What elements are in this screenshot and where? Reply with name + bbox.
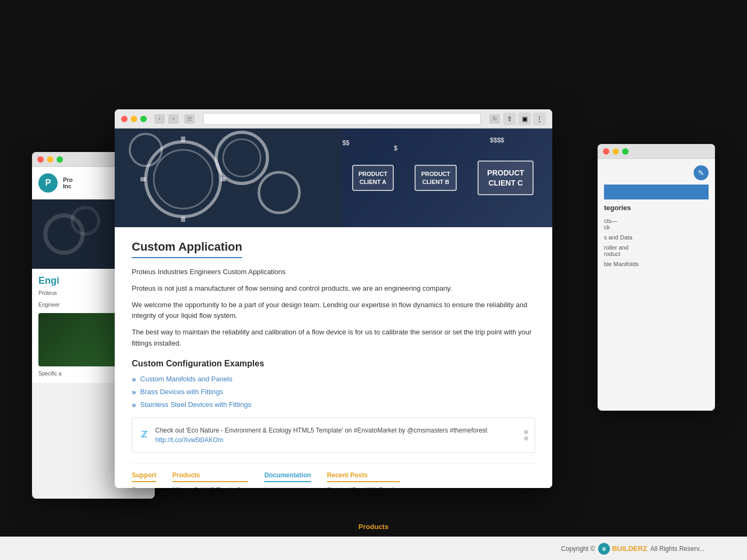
config-link-item-3: » Stainless Steel Devices with Fittings: [132, 401, 535, 409]
reload-btn[interactable]: ↻: [489, 114, 500, 124]
gear-svg: [115, 129, 342, 227]
twitter-icon: 𝕫: [141, 427, 148, 441]
footer-columns: Support Support Products Mike on B-LN45 …: [132, 463, 535, 488]
paragraph-3: We welcome the opportunity to be a part …: [132, 300, 535, 322]
product-card-b: PRODUCTCLIENT B: [415, 165, 456, 191]
footer-item-support: Support: [132, 486, 156, 488]
nav-dot-2[interactable]: [524, 436, 528, 441]
footer-col-title-products: Products: [172, 471, 248, 482]
cat-item-4: ble Manifolds: [604, 259, 709, 269]
search-row: ✎: [604, 165, 709, 180]
product-card-c: PRODUCTCLIENT C: [478, 161, 534, 195]
paragraph-1: Proteus Industries Engineers Custom Appl…: [132, 267, 535, 278]
titlebar-actions: ⇧ ▣ ⋮: [503, 113, 546, 125]
copyright-text: Copyright © e BUILDERZ All Rights Reserv…: [561, 543, 704, 555]
dot-red-left[interactable]: [37, 156, 44, 163]
footer-col-support: Support Support: [132, 471, 156, 488]
nav-back-btn[interactable]: ‹: [154, 114, 165, 124]
footer-col-products: Products Mike on B-LN45 Electric Saw: [172, 471, 248, 488]
share-icon[interactable]: ⇧: [503, 113, 516, 125]
config-link-item-1: » Custom Manifolds and Panels: [132, 375, 535, 383]
footer-col-title-support: Support: [132, 471, 156, 482]
chevron-icon-1: »: [132, 375, 136, 383]
dot-yellow-right[interactable]: [613, 148, 619, 155]
page-title: Custom Application: [132, 240, 242, 258]
config-link-item-2: » Brass Devices with Fittings: [132, 388, 535, 396]
logo-letter: P: [45, 178, 51, 188]
footer-col-documentation: Documentation Image: [264, 471, 311, 488]
products-footer-label: Products: [359, 523, 388, 531]
dot-green-main[interactable]: [140, 116, 147, 122]
page-root: { "windows": { "back_right": { "search_p…: [0, 0, 747, 560]
footer-item-recent: Standard Post With ParallaxHe...: [327, 486, 401, 488]
copyright-suffix: All Rights Reserv...: [650, 545, 704, 553]
footer-col-recent: Recent Posts Standard Post With Parallax…: [327, 471, 401, 488]
footer-item-products: Mike on B-LN45 Electric Saw: [172, 486, 248, 488]
dot-green-right[interactable]: [622, 148, 629, 155]
twitter-box: 𝕫 Check out 'Eco Nature - Environment & …: [132, 418, 535, 453]
main-content-area[interactable]: Custom Application Proteus Industries En…: [115, 227, 552, 488]
config-link-3[interactable]: Stainless Steel Devices with Fittings: [140, 401, 251, 409]
config-link-1[interactable]: Custom Manifolds and Panels: [140, 375, 233, 383]
config-links-list: » Custom Manifolds and Panels » Brass De…: [132, 375, 535, 409]
builderz-logo: e BUILDERZ: [598, 543, 647, 555]
dot-red-right[interactable]: [603, 148, 609, 155]
chevron-icon-2: »: [132, 388, 136, 396]
back-right-content: ✎ tegories cts—ck s and Data roller andr…: [598, 159, 715, 276]
footer-col-title-docs: Documentation: [264, 471, 311, 482]
search-icon[interactable]: ✎: [694, 165, 709, 180]
tabs-icon[interactable]: ▣: [518, 113, 531, 125]
url-bar[interactable]: [203, 113, 481, 125]
cat-item-3: roller androduct: [604, 243, 709, 259]
config-link-2[interactable]: Brass Devices with Fittings: [140, 388, 223, 396]
footer-item-docs: Image: [264, 486, 311, 488]
more-icon[interactable]: ⋮: [533, 113, 546, 125]
twitter-text: Check out 'Eco Nature - Environment & Ec…: [155, 426, 526, 445]
logo-circle: P: [38, 173, 58, 193]
product-cards-area: $$ $ $$$$ PRODUCTCLIENT A PRODUCTCLIENT …: [333, 129, 552, 227]
copyright-symbol: Copyright ©: [561, 545, 595, 553]
footer-col-title-recent: Recent Posts: [327, 471, 401, 482]
titlebar-main: ‹ › ☷ ↻ ⇧ ▣ ⋮: [115, 109, 552, 129]
titlebar-nav: ‹ ›: [154, 114, 179, 124]
dollar-tag-1: $$: [343, 139, 349, 147]
copyright-bar: Copyright © e BUILDERZ All Rights Reserv…: [0, 537, 747, 560]
hero-image: $$ $ $$$$ PRODUCTCLIENT A PRODUCTCLIENT …: [115, 129, 552, 227]
logo-text-block: Pro Inc: [63, 177, 73, 189]
paragraph-2: Proteus is not just a manufacturer of fl…: [132, 283, 535, 294]
dot-yellow-left[interactable]: [47, 156, 53, 163]
dollar-tag-2: $: [394, 145, 398, 152]
window-back-right: ✎ tegories cts—ck s and Data roller andr…: [598, 144, 715, 411]
titlebar-back-right: [598, 144, 715, 159]
product-card-a: PRODUCTCLIENT A: [352, 165, 394, 191]
logo-text-1: Pro: [63, 177, 73, 183]
window-main: ‹ › ☷ ↻ ⇧ ▣ ⋮: [115, 109, 552, 488]
dot-green-left[interactable]: [57, 156, 63, 163]
dot-red-main[interactable]: [121, 116, 128, 122]
blue-bar: [604, 185, 709, 199]
nav-forward-btn[interactable]: ›: [168, 114, 179, 124]
config-section-title: Custom Configuration Examples: [132, 359, 535, 369]
dollar-tag-3: $$$$: [490, 137, 504, 144]
dot-yellow-main[interactable]: [131, 116, 137, 122]
categories-label: tegories: [604, 204, 709, 212]
builderz-c-icon: e: [598, 543, 610, 555]
twitter-nav-dots: [524, 430, 528, 441]
builderz-brand-name: BUILDERZ: [612, 545, 647, 553]
paragraph-4: The best way to maintain the reliability…: [132, 327, 535, 349]
nav-dot-1[interactable]: [524, 430, 528, 434]
chevron-icon-3: »: [132, 401, 136, 409]
cat-item-2: s and Data: [604, 233, 709, 243]
tweet-link[interactable]: http://t.co/Xvw5t0AKOm: [155, 436, 223, 444]
logo-text-2: Inc: [63, 183, 73, 189]
tweet-content: Check out 'Eco Nature - Environment & Ec…: [155, 427, 487, 434]
cat-item-1: cts—ck: [604, 216, 709, 233]
nav-grid-btn[interactable]: ☷: [184, 114, 195, 124]
